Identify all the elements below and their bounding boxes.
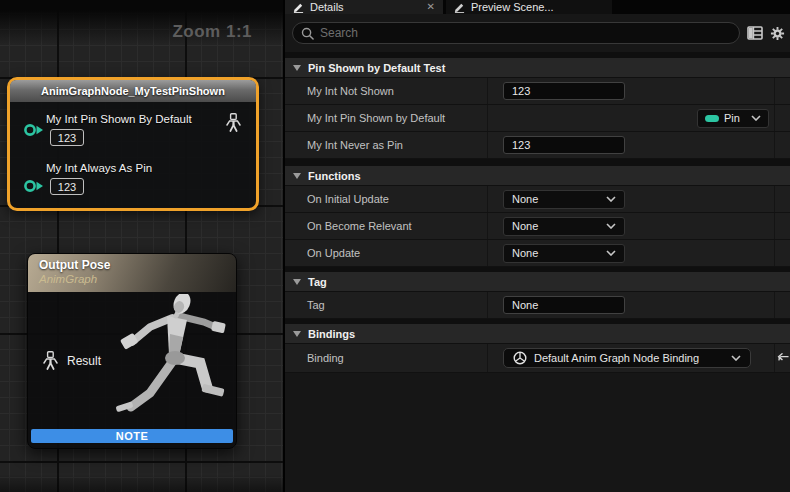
chevron-down-icon	[731, 355, 741, 361]
column-view-icon[interactable]	[747, 26, 763, 40]
zoom-level-label: Zoom 1:1	[172, 22, 252, 42]
tab-preview-scene[interactable]: Preview Scene...	[446, 0, 612, 14]
search-row	[285, 14, 790, 52]
property-row-my-int-not-shown: My Int Not Shown 123	[285, 78, 790, 105]
section-tag[interactable]: Tag	[285, 272, 790, 292]
node-title: AnimGraphNode_MyTestPinShown	[41, 85, 225, 97]
chevron-down-icon	[606, 223, 616, 229]
settings-gear-icon[interactable]	[770, 26, 785, 41]
details-empty-area	[285, 373, 790, 492]
my-int-not-shown-input[interactable]: 123	[503, 82, 625, 100]
graph-canvas[interactable]: Zoom 1:1 AnimGraphNode_MyTestPinShown My…	[0, 0, 283, 492]
chevron-down-icon	[606, 250, 616, 256]
tab-details[interactable]: Details ✕	[285, 0, 443, 14]
collapse-arrow-icon	[293, 331, 301, 337]
node-header[interactable]: AnimGraphNode_MyTestPinShown	[10, 80, 256, 102]
details-tab-icon	[293, 2, 304, 13]
search-box[interactable]	[292, 22, 740, 44]
result-pin-label: Result	[67, 354, 101, 368]
binding-dropdown[interactable]: Default Anim Graph Node Binding	[503, 348, 751, 368]
close-tab-icon[interactable]: ✕	[427, 2, 435, 12]
property-row-on-become-relevant: On Become Relevant None	[285, 213, 790, 240]
pin-label: My Int Pin Shown By Default	[46, 113, 192, 125]
output-pose-node[interactable]: Output Pose AnimGraph	[27, 253, 237, 449]
tab-bar: Details ✕ Preview Scene...	[285, 0, 790, 14]
chevron-down-icon	[751, 115, 761, 121]
anim-graph-test-node[interactable]: AnimGraphNode_MyTestPinShown My Int Pin …	[7, 77, 259, 211]
result-pin[interactable]: Result	[42, 351, 101, 370]
property-row-binding: Binding Default Anim Graph Node Binding	[285, 344, 790, 373]
pose-output-pin-icon[interactable]	[225, 113, 242, 132]
node-title: Output Pose	[39, 258, 236, 272]
property-row-on-update: On Update None	[285, 240, 790, 267]
chevron-down-icon	[606, 196, 616, 202]
property-row-my-int-pin-shown-by-default: My Int Pin Shown by Default Pin	[285, 105, 790, 132]
tag-input[interactable]: None	[503, 296, 625, 314]
collapse-arrow-icon	[293, 173, 301, 179]
my-int-never-as-pin-input[interactable]: 123	[503, 136, 625, 154]
binding-sphere-icon	[513, 351, 527, 365]
running-mannequin-image	[84, 294, 232, 424]
pin-pill-icon	[705, 115, 719, 122]
pose-pin-icon	[42, 351, 59, 370]
on-update-dropdown[interactable]: None	[503, 244, 625, 263]
property-row-tag: Tag None	[285, 292, 790, 319]
int-pin-icon[interactable]	[23, 178, 44, 194]
collapse-arrow-icon	[293, 279, 301, 285]
property-row-on-initial-update: On Initial Update None	[285, 186, 790, 213]
section-functions[interactable]: Functions	[285, 166, 790, 186]
node-header[interactable]: Output Pose AnimGraph	[28, 254, 236, 292]
section-pin-shown-by-default-test[interactable]: Pin Shown by Default Test	[285, 58, 790, 78]
reset-to-default-icon[interactable]	[776, 353, 789, 364]
on-initial-update-dropdown[interactable]: None	[503, 190, 625, 209]
pin-mode-dropdown[interactable]: Pin	[697, 109, 769, 128]
preview-scene-tab-icon	[454, 2, 465, 13]
node-subtitle: AnimGraph	[39, 273, 236, 285]
collapse-arrow-icon	[293, 65, 301, 71]
property-row-my-int-never-as-pin: My Int Never as Pin 123	[285, 132, 790, 159]
pin-default-value[interactable]: 123	[50, 129, 84, 146]
pin-label: My Int Always As Pin	[46, 162, 152, 174]
section-bindings[interactable]: Bindings	[285, 324, 790, 344]
search-icon	[301, 27, 314, 40]
unreal-anim-graph-editor: Zoom 1:1 AnimGraphNode_MyTestPinShown My…	[0, 0, 790, 492]
details-panel: Details ✕ Preview Scene...	[283, 0, 790, 492]
property-list: Pin Shown by Default Test My Int Not Sho…	[285, 52, 790, 492]
pin-default-value[interactable]: 123	[50, 178, 84, 195]
note-banner[interactable]: NOTE	[31, 429, 233, 443]
on-become-relevant-dropdown[interactable]: None	[503, 217, 625, 236]
search-input[interactable]	[320, 26, 731, 40]
int-pin-icon[interactable]	[23, 122, 44, 138]
